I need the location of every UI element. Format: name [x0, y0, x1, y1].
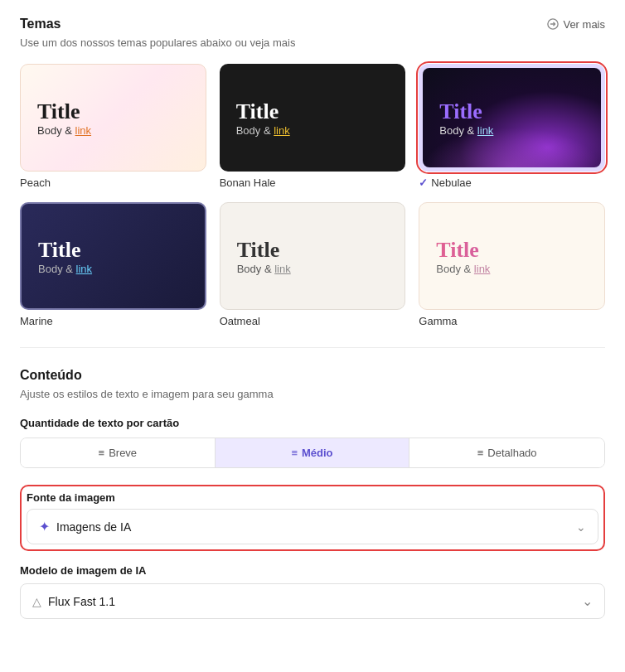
theme-card-bonan[interactable]: Title Body & link	[220, 64, 406, 172]
gamma-link: link	[474, 263, 491, 275]
modelo-group: Modelo de imagem de IA △ Flux Fast 1.1 ⌄	[20, 564, 605, 619]
marine-link: link	[76, 263, 93, 275]
gamma-body: Body & link	[436, 263, 588, 275]
diamond-icon: ✦	[39, 519, 50, 534]
detalhado-icon: ≡	[477, 447, 483, 459]
fonte-group: Fonte da imagem ✦ Imagens de IA ⌄	[20, 485, 605, 551]
temas-title: Temas	[20, 17, 61, 31]
bonan-body: Body & link	[236, 124, 390, 137]
fonte-value: Imagens de IA	[56, 520, 131, 534]
text-amount-group: ≡ Breve ≡ Médio ≡ Detalhado	[20, 438, 605, 468]
conteudo-section: Conteúdo Ajuste os estilos de texto e im…	[20, 368, 605, 619]
modelo-value: Flux Fast 1.1	[48, 595, 115, 608]
nebulae-selected-wrapper: Title Body & link	[419, 64, 605, 172]
oatmeal-title: Title	[237, 238, 389, 263]
modelo-chevron-icon: ⌄	[582, 593, 593, 609]
temas-header: Temas Ver mais	[20, 17, 605, 31]
marine-label: Marine	[20, 315, 206, 327]
bonan-title: Title	[236, 99, 390, 124]
section-divider	[20, 347, 605, 348]
gamma-label: Gamma	[419, 315, 605, 327]
detalhado-label: Detalhado	[487, 447, 536, 459]
breve-label: Breve	[109, 447, 137, 459]
oatmeal-body: Body & link	[237, 263, 389, 275]
themes-grid: Title Body & link Peach Title Body & lin…	[20, 64, 605, 327]
ver-mais-text: Ver mais	[563, 18, 605, 31]
nebulae-title: Title	[439, 99, 584, 124]
breve-button[interactable]: ≡ Breve	[21, 438, 216, 467]
quantidade-label: Quantidade de texto por cartão	[20, 417, 605, 429]
nebulae-link: link	[477, 124, 494, 137]
breve-icon: ≡	[99, 447, 104, 459]
peach-body: Body & link	[37, 124, 189, 137]
conteudo-subtitle: Ajuste os estilos de texto e imagem para…	[20, 388, 605, 400]
theme-item-gamma: Title Body & link Gamma	[419, 202, 605, 327]
fonte-label: Fonte da imagem	[27, 491, 598, 504]
conteudo-title: Conteúdo	[20, 368, 605, 383]
bonan-link: link	[274, 124, 290, 137]
peach-link: link	[75, 124, 92, 137]
temas-subtitle: Use um dos nossos temas populares abaixo…	[20, 36, 605, 49]
nebulae-checkmark: ✓	[419, 176, 428, 189]
theme-item-peach: Title Body & link Peach	[20, 64, 206, 189]
oatmeal-link: link	[274, 263, 291, 275]
modelo-label: Modelo de imagem de IA	[20, 564, 605, 577]
oatmeal-label: Oatmeal	[220, 315, 406, 327]
peach-label: Peach	[20, 176, 206, 189]
theme-card-oatmeal[interactable]: Title Body & link	[220, 202, 406, 310]
theme-card-nebulae[interactable]: Title Body & link	[423, 68, 601, 167]
medio-button[interactable]: ≡ Médio	[216, 438, 410, 467]
quantidade-group: Quantidade de texto por cartão ≡ Breve ≡…	[20, 417, 605, 468]
detalhado-button[interactable]: ≡ Detalhado	[409, 438, 604, 467]
gamma-title: Title	[436, 238, 588, 263]
fonte-border-wrapper: Fonte da imagem ✦ Imagens de IA ⌄	[20, 485, 605, 551]
fonte-dropdown-left: ✦ Imagens de IA	[39, 519, 131, 534]
theme-card-gamma[interactable]: Title Body & link	[419, 202, 605, 310]
marine-body: Body & link	[38, 263, 188, 275]
main-panel: Temas Ver mais Use um dos nossos temas p…	[0, 0, 625, 649]
marine-title: Title	[38, 238, 188, 263]
medio-icon: ≡	[291, 447, 297, 459]
modelo-dropdown-left: △ Flux Fast 1.1	[32, 595, 115, 608]
theme-card-marine[interactable]: Title Body & link	[20, 202, 206, 310]
bonan-label: Bonan Hale	[220, 176, 406, 189]
nebulae-label: ✓ Nebulae	[419, 176, 605, 189]
ver-mais-link[interactable]: Ver mais	[547, 18, 605, 31]
triangle-icon: △	[32, 595, 41, 608]
medio-label: Médio	[302, 447, 333, 459]
external-link-icon	[547, 18, 559, 30]
nebulae-body: Body & link	[439, 124, 584, 137]
theme-item-marine: Title Body & link Marine	[20, 202, 206, 327]
modelo-dropdown[interactable]: △ Flux Fast 1.1 ⌄	[20, 583, 605, 619]
theme-card-peach[interactable]: Title Body & link	[20, 64, 206, 172]
theme-item-oatmeal: Title Body & link Oatmeal	[220, 202, 406, 327]
theme-item-bonan: Title Body & link Bonan Hale	[220, 64, 406, 189]
fonte-dropdown[interactable]: ✦ Imagens de IA ⌄	[27, 509, 598, 544]
theme-item-nebulae: Title Body & link ✓ Nebulae	[419, 64, 605, 189]
fonte-chevron-icon: ⌄	[576, 520, 586, 534]
peach-title: Title	[37, 99, 189, 124]
